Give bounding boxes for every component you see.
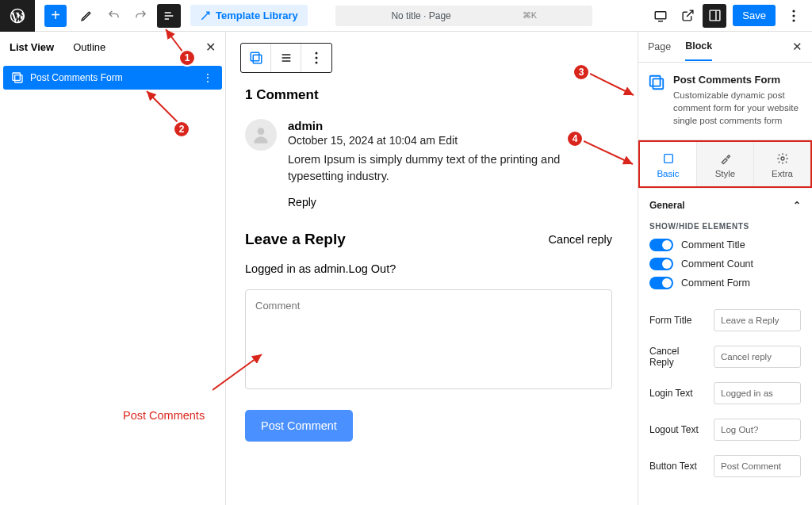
edit-icon[interactable]	[75, 4, 98, 28]
annotation-4: 4	[566, 130, 584, 147]
annotation-1: 1	[178, 49, 196, 67]
save-button[interactable]: Save	[733, 5, 776, 26]
subtab-style[interactable]: Style	[697, 142, 754, 186]
annotation-post-comments: Post Comments	[123, 409, 205, 422]
toggle-comment-title[interactable]	[649, 239, 673, 251]
field-login-text: Login Text	[638, 377, 812, 409]
list-item-options-icon[interactable]: ⋮	[202, 71, 214, 84]
toggle-comment-form[interactable]	[649, 277, 673, 289]
svg-point-3	[792, 14, 795, 17]
toggle-label: Comment Count	[681, 258, 753, 270]
annotation-2: 2	[173, 121, 190, 138]
comment-date: October 15, 2024 at 10:04 am Edit	[288, 134, 581, 147]
leave-reply-heading: Leave a Reply	[245, 231, 346, 248]
svg-rect-14	[653, 78, 663, 89]
toggle-label: Comment Form	[681, 277, 750, 289]
svg-rect-1	[710, 10, 720, 21]
block-toolbar	[240, 43, 332, 73]
block-type-icon[interactable]	[241, 44, 271, 72]
field-logout-text: Logout Text	[638, 414, 812, 446]
close-icon[interactable]: ✕	[792, 40, 802, 62]
svg-point-4	[792, 19, 795, 21]
field-button-text: Button Text	[638, 450, 812, 482]
section-general[interactable]: General ⌃	[649, 197, 801, 217]
input-logout-text[interactable]	[714, 419, 801, 441]
field-cancel-reply: Cancel Reply	[638, 341, 812, 373]
input-button-text[interactable]	[714, 455, 801, 477]
svg-point-9	[316, 52, 318, 55]
list-item-post-comments-form[interactable]: Post Comments Form ⋮	[3, 66, 222, 90]
undo-icon[interactable]	[102, 4, 125, 28]
cancel-reply-link[interactable]: Cancel reply	[548, 233, 612, 246]
comment-body: Lorem Ipsum is simply dummy text of the …	[288, 151, 581, 185]
template-library-label: Template Library	[216, 10, 298, 21]
preview-desktop-icon[interactable]	[649, 4, 672, 28]
block-options-icon[interactable]	[301, 44, 331, 72]
svg-rect-0	[656, 11, 667, 18]
block-description: Customizable dynamic post comment form f…	[673, 89, 802, 127]
comment-count: 1 Comment	[245, 87, 612, 103]
toggle-label: Comment Title	[681, 239, 745, 251]
subtab-extra[interactable]: Extra	[754, 142, 810, 186]
close-icon[interactable]: ✕	[205, 40, 216, 55]
add-block-button[interactable]: +	[44, 5, 67, 27]
show-hide-label: SHOW/HIDE ELEMENTS	[649, 222, 801, 231]
template-library-button[interactable]: Template Library	[190, 5, 308, 26]
redo-icon[interactable]	[128, 4, 152, 28]
page-title-text: No title · Page	[391, 10, 450, 21]
svg-rect-7	[251, 52, 259, 61]
comment-author: admin	[288, 119, 581, 132]
shortcut-hint: ⌘K	[523, 10, 537, 21]
settings-panel: Page Block ✕ Post Comments Form Customiz…	[638, 32, 812, 505]
svg-rect-13	[650, 76, 661, 86]
input-login-text[interactable]	[714, 382, 801, 404]
list-item-label: Post Comments Form	[30, 72, 123, 83]
extra-icon	[776, 152, 789, 165]
external-link-icon[interactable]	[676, 4, 699, 28]
input-form-title[interactable]	[714, 309, 801, 331]
reply-link[interactable]: Reply	[288, 196, 581, 209]
input-cancel-reply[interactable]	[714, 346, 801, 368]
svg-rect-5	[13, 73, 20, 80]
block-title: Post Comments Form	[673, 74, 802, 86]
svg-rect-8	[253, 55, 262, 63]
edit-link[interactable]: Edit	[439, 134, 458, 147]
options-kebab-icon[interactable]	[782, 4, 806, 28]
settings-panel-toggle[interactable]	[703, 4, 726, 28]
svg-point-2	[792, 10, 795, 12]
field-form-title: Form Title	[638, 304, 812, 336]
document-overview-button[interactable]	[157, 4, 181, 28]
tab-list-view[interactable]: List View	[10, 41, 54, 53]
tab-page[interactable]: Page	[648, 41, 671, 60]
wp-logo[interactable]	[0, 0, 35, 32]
comments-form-icon	[11, 71, 24, 84]
post-comment-button[interactable]: Post Comment	[245, 410, 353, 442]
svg-rect-15	[664, 155, 672, 163]
logged-in-text: Logged in as admin.Log Out?	[245, 262, 612, 275]
svg-point-12	[258, 128, 265, 135]
logout-link[interactable]: Log Out?	[349, 262, 396, 275]
svg-point-11	[316, 62, 318, 64]
comments-form-icon	[648, 74, 665, 91]
page-title-pill[interactable]: No title · Page ⌘K	[335, 6, 592, 26]
annotation-3: 3	[573, 63, 590, 81]
align-icon[interactable]	[271, 44, 301, 72]
editor-canvas: 1 Comment admin October 15, 2024 at 10:0…	[226, 32, 638, 505]
basic-icon	[662, 152, 675, 165]
style-icon	[719, 152, 732, 165]
chevron-up-icon: ⌃	[793, 200, 801, 211]
list-view-panel: List View Outline ✕ Post Comments Form ⋮	[0, 32, 226, 505]
svg-rect-6	[15, 75, 22, 82]
settings-subtabs: Basic Style Extra	[638, 140, 812, 188]
svg-point-10	[316, 57, 318, 59]
svg-point-16	[781, 157, 784, 160]
subtab-basic[interactable]: Basic	[640, 142, 697, 186]
tab-outline[interactable]: Outline	[73, 41, 105, 53]
comment-textarea[interactable]	[245, 289, 612, 389]
avatar	[245, 119, 277, 151]
top-toolbar: + Template Library No title · Page ⌘K Sa…	[0, 0, 812, 32]
tab-block[interactable]: Block	[685, 40, 712, 61]
block-info: Post Comments Form Customizable dynamic …	[638, 63, 812, 140]
comment-item: admin October 15, 2024 at 10:04 am Edit …	[245, 119, 612, 209]
toggle-comment-count[interactable]	[649, 258, 673, 270]
